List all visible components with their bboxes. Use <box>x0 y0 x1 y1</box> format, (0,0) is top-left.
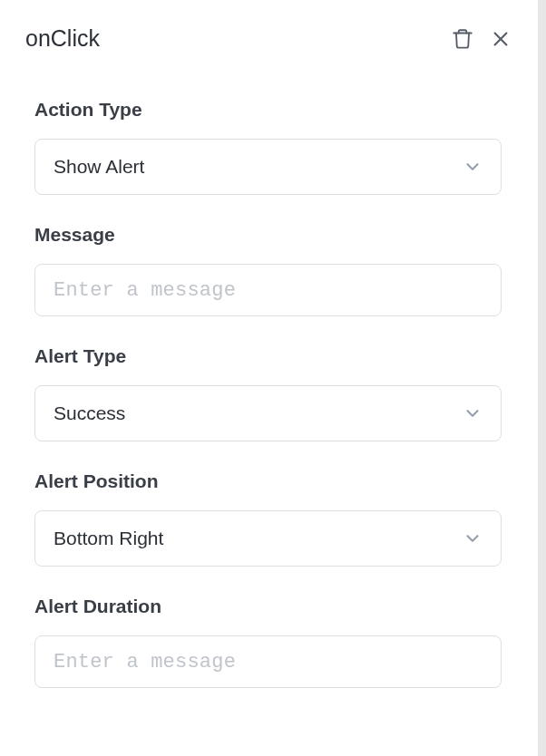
select-alert-position-value: Bottom Right <box>54 528 163 549</box>
alert-duration-input[interactable] <box>34 635 502 688</box>
label-alert-type: Alert Type <box>34 345 502 367</box>
trash-icon[interactable] <box>451 27 474 51</box>
select-action-type-value: Show Alert <box>54 156 144 178</box>
label-alert-position: Alert Position <box>34 470 502 492</box>
field-alert-duration: Alert Duration <box>25 596 511 688</box>
field-message: Message <box>25 224 511 316</box>
label-alert-duration: Alert Duration <box>34 596 502 617</box>
label-message: Message <box>34 224 502 246</box>
label-action-type: Action Type <box>34 99 502 121</box>
panel: onClick Action Type Show Alert <box>0 0 536 756</box>
select-alert-position[interactable]: Bottom Right <box>34 510 502 567</box>
field-alert-position: Alert Position Bottom Right <box>25 470 511 567</box>
chevron-down-icon <box>463 403 483 423</box>
page-title: onClick <box>25 25 100 52</box>
select-action-type[interactable]: Show Alert <box>34 139 502 195</box>
chevron-down-icon <box>463 528 483 548</box>
field-alert-type: Alert Type Success <box>25 345 511 441</box>
panel-header: onClick <box>25 25 511 52</box>
header-actions <box>451 27 511 51</box>
message-input[interactable] <box>34 264 502 316</box>
select-alert-type-value: Success <box>54 402 125 424</box>
scrollbar-thumb[interactable] <box>540 0 544 756</box>
select-alert-type[interactable]: Success <box>34 385 502 441</box>
field-action-type: Action Type Show Alert <box>25 99 511 195</box>
close-icon[interactable] <box>491 29 511 49</box>
scrollbar-track[interactable] <box>538 0 546 756</box>
chevron-down-icon <box>463 157 483 177</box>
